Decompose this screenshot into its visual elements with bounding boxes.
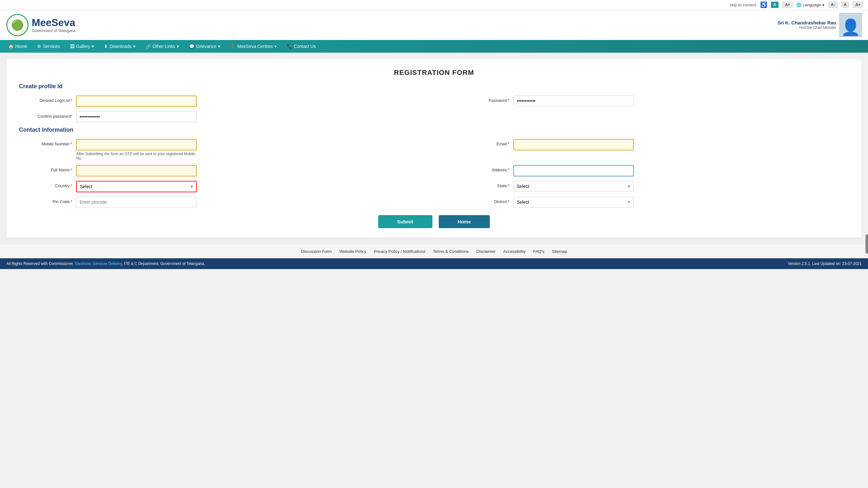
nav-gallery[interactable]: 🖼 Gallery ▾: [65, 40, 99, 53]
cm-name: Sri K. Chandrashekar Rao: [778, 20, 836, 25]
row-pincode-district: Pin Code:* District:* Select: [19, 197, 849, 208]
nav-downloads[interactable]: ⬇ Downloads ▾: [99, 40, 140, 53]
cm-info: Sri K. Chandrashekar Rao Hon'ble Chief M…: [778, 20, 836, 30]
password-input[interactable]: [513, 95, 634, 106]
address-input[interactable]: [513, 165, 634, 176]
nav-home-label: Home: [15, 44, 27, 49]
district-select-container: Select: [513, 197, 634, 208]
skip-to-content[interactable]: skip to content: [730, 3, 756, 7]
row-login-password: Desired Login Id:* Password:*: [19, 95, 849, 107]
state-select-container: Select: [513, 181, 634, 192]
mobile-group: Mobile Number:* After Submitting the for…: [19, 139, 412, 160]
country-label: Country:*: [19, 181, 76, 188]
row-country-state: Country:* Select State:*: [19, 181, 849, 192]
header: 🟢 MeeSeva Government of Telangana Sri K.…: [0, 10, 868, 40]
district-select-wrap: Select: [513, 197, 849, 208]
form-title: REGISTRATION FORM: [19, 68, 849, 77]
nav-contact-us[interactable]: 📞 Contact Us: [282, 40, 321, 53]
mobile-hint: After Submitting the form an OTP will be…: [76, 152, 197, 160]
services-icon: ⚙: [37, 44, 41, 49]
brand-sub: Government of Telangana: [32, 29, 75, 33]
row-fullname-address: Full Name:* Address:*: [19, 165, 849, 176]
email-group: Email:*: [456, 139, 849, 160]
fullname-input-wrap: [76, 165, 412, 176]
nav-downloads-label: Downloads: [110, 44, 131, 49]
desired-login-input[interactable]: [76, 95, 197, 107]
gallery-dropdown-icon: ▾: [92, 44, 94, 49]
fullname-input[interactable]: [76, 165, 197, 176]
nav-home[interactable]: 🏠 Home: [3, 40, 32, 53]
scroll-indicator[interactable]: [865, 235, 868, 253]
contact-us-icon: 📞: [287, 44, 292, 49]
a-normal-btn2[interactable]: A: [841, 2, 849, 8]
mobile-label: Mobile Number:*: [19, 139, 76, 146]
pincode-label: Pin Code:*: [19, 197, 76, 204]
navbar: 🏠 Home ⚙ Services 🖼 Gallery ▾ ⬇ Download…: [0, 40, 868, 53]
home-button[interactable]: Home: [439, 215, 490, 228]
pincode-input[interactable]: [76, 197, 197, 208]
confirm-password-label: Confirm password*: [19, 111, 76, 119]
desired-login-group: Desired Login Id:*: [19, 95, 412, 107]
cm-title: Hon'ble Chief Minister: [778, 25, 836, 30]
fullname-label: Full Name:*: [19, 165, 76, 172]
nav-services[interactable]: ⚙ Services: [32, 40, 65, 53]
footer-esd-link[interactable]: Electronic Services Delivery: [75, 262, 122, 266]
state-select-wrap: Select: [513, 181, 849, 192]
row-confirm-password: Confirm password*: [19, 111, 849, 122]
accessibility-icon: ♿: [760, 1, 767, 8]
state-group: State:* Select: [456, 181, 849, 192]
main-content: REGISTRATION FORM Create profile Id Desi…: [0, 53, 868, 244]
footer-link-terms[interactable]: Terms & Conditions: [433, 249, 469, 254]
address-label: Address:*: [456, 165, 513, 172]
nav-grievance[interactable]: 💬 Grievance ▾: [184, 40, 225, 53]
meeseva-centres-icon: 📍: [230, 44, 236, 49]
confirm-password-input[interactable]: [76, 111, 197, 122]
submit-button[interactable]: Submit: [378, 215, 432, 228]
footer-link-sitemap[interactable]: Sitemap: [552, 249, 567, 254]
mobile-input[interactable]: [76, 139, 197, 150]
nav-services-label: Services: [43, 44, 60, 49]
footer-link-faq[interactable]: FAQ's: [533, 249, 545, 254]
state-label: State:*: [456, 181, 513, 188]
placeholder-right-1: [443, 111, 849, 122]
cm-area: Sri K. Chandrashekar Rao Hon'ble Chief M…: [778, 13, 862, 37]
language-btn[interactable]: 🌐 Language ▾: [796, 3, 825, 7]
a-normal-btn[interactable]: A: [771, 2, 779, 8]
address-group: Address:*: [456, 165, 849, 176]
email-input[interactable]: [513, 139, 634, 150]
cm-photo: 👤: [839, 13, 862, 37]
btn-row: Submit Home: [19, 215, 849, 228]
form-card: REGISTRATION FORM Create profile Id Desi…: [6, 59, 862, 238]
district-group: District:* Select: [456, 197, 849, 208]
a-plus-btn[interactable]: A+: [782, 2, 793, 8]
footer-link-discussion[interactable]: Discussion Form: [301, 249, 332, 254]
password-input-wrap: [513, 95, 849, 106]
footer-link-accessibility[interactable]: Accessibility: [503, 249, 526, 254]
footer-links: Discussion Form Website Policy Privacy P…: [0, 244, 868, 258]
grievance-dropdown-icon: ▾: [218, 44, 220, 49]
desired-login-input-wrap: [76, 95, 412, 107]
state-select[interactable]: Select: [513, 181, 634, 192]
pincode-input-wrap: [76, 197, 412, 208]
email-input-wrap: [513, 139, 849, 150]
footer-link-disclaimer[interactable]: Disclaimer: [476, 249, 496, 254]
footer-bottom: All Rights Reserved with Commissioner, E…: [0, 258, 868, 269]
password-label: Password:*: [456, 95, 513, 103]
footer-link-privacy[interactable]: Privacy Policy / Notifications: [374, 249, 426, 254]
chevron-down-icon: ▾: [822, 3, 825, 7]
nav-meeseva-centres[interactable]: 📍 MeeSeva Centres ▾: [225, 40, 282, 53]
footer-link-policy[interactable]: Website Policy: [339, 249, 366, 254]
contact-info-heading: Contact Information: [19, 127, 849, 133]
nav-grievance-label: Grievance: [196, 44, 216, 49]
footer-version: Version 2.5.1, Last Updated on: 23-07-20…: [788, 262, 862, 266]
nav-other-links[interactable]: 🔗 Other Links ▾: [141, 40, 184, 53]
a-plus-btn2[interactable]: A+: [853, 2, 863, 8]
nav-contact-us-label: Contact Us: [294, 44, 316, 49]
grievance-icon: 💬: [189, 44, 194, 49]
district-select[interactable]: Select: [513, 197, 634, 208]
password-group: Password:*: [456, 95, 849, 107]
country-select[interactable]: Select: [76, 181, 197, 192]
address-input-wrap: [513, 165, 849, 176]
a-minus-btn[interactable]: A-: [828, 2, 838, 8]
nav-meeseva-centres-label: MeeSeva Centres: [237, 44, 273, 49]
